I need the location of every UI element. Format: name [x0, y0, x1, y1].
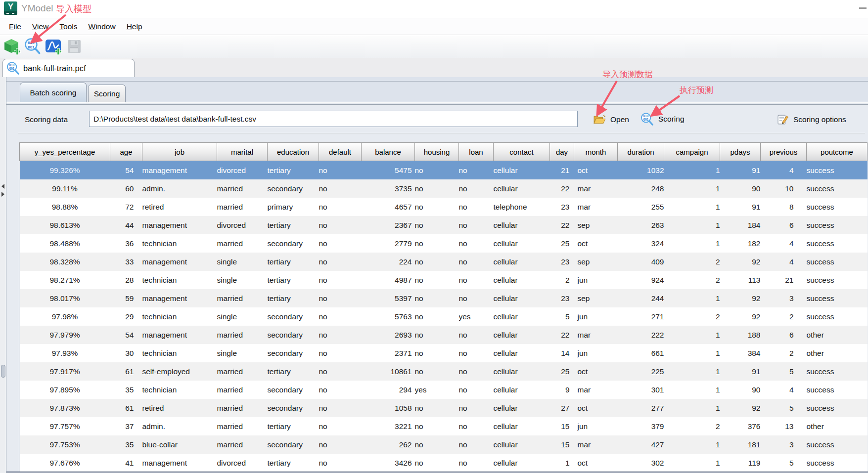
- column-header-previous[interactable]: previous: [761, 143, 807, 161]
- column-header-default[interactable]: default: [319, 143, 362, 161]
- cell-day: 22: [550, 216, 574, 234]
- column-header-month[interactable]: month: [574, 143, 618, 161]
- floppy-icon: [66, 39, 82, 54]
- scoring-options-button[interactable]: Scoring options: [777, 113, 846, 126]
- column-header-job[interactable]: job: [142, 143, 217, 161]
- cell-poutcome: success: [807, 454, 868, 472]
- edit-pencil-icon: [777, 114, 789, 125]
- minimize-button[interactable]: [858, 3, 868, 13]
- column-header-loan[interactable]: loan: [459, 143, 494, 161]
- menu-item-view[interactable]: View: [27, 20, 54, 33]
- cell-housing: no: [415, 289, 459, 307]
- cell-age: 41: [110, 454, 142, 472]
- cell-duration: 225: [618, 362, 664, 381]
- table-row[interactable]: 97.873%61retiredmarriedsecondaryno1058no…: [20, 399, 868, 417]
- cell-previous: 5: [761, 362, 807, 381]
- table-row[interactable]: 98.271%28techniciansingletertiaryno4987n…: [20, 271, 868, 289]
- table-row[interactable]: 98.88%72retiredmarriedprimaryno4657nonot…: [20, 198, 868, 216]
- table-row[interactable]: 98.017%59managementmarriedtertiaryno5397…: [20, 289, 868, 307]
- column-header-campaign[interactable]: campaign: [664, 143, 720, 161]
- table-row[interactable]: 97.676%41managementdivorcedtertiaryno342…: [20, 454, 868, 472]
- cell-job: retired: [142, 198, 217, 216]
- cell-loan: no: [459, 234, 494, 253]
- cell-education: secondary: [268, 307, 319, 326]
- column-header-contact[interactable]: contact: [494, 143, 550, 161]
- menu-item-help[interactable]: Help: [121, 20, 148, 33]
- cell-default: no: [319, 326, 362, 344]
- cell-previous: 5: [761, 399, 807, 417]
- collapse-left-icon[interactable]: [1, 184, 4, 189]
- column-header-y_yes_percentage[interactable]: y_yes_percentage: [20, 143, 110, 161]
- cell-y_yes_percentage: 97.917%: [20, 362, 110, 381]
- table-row[interactable]: 97.98%29techniciansinglesecondaryno5763n…: [20, 307, 868, 326]
- splitter-grip[interactable]: [1, 365, 5, 378]
- cell-month: mar: [574, 179, 618, 198]
- collapse-right-icon[interactable]: [1, 192, 4, 197]
- table-row[interactable]: 97.93%30techniciansinglesecondaryno2371n…: [20, 344, 868, 362]
- cell-campaign: 1: [664, 234, 720, 253]
- cell-contact: cellular: [494, 344, 550, 362]
- cell-housing: no: [415, 362, 459, 381]
- column-header-balance[interactable]: balance: [362, 143, 415, 161]
- cell-loan: no: [459, 344, 494, 362]
- column-header-poutcome[interactable]: poutcome: [807, 143, 868, 161]
- cell-job: management: [142, 326, 217, 344]
- scoring-data-path-input[interactable]: [89, 111, 578, 127]
- cell-campaign: 1: [664, 326, 720, 344]
- table-row[interactable]: 99.326%54managementdivorcedtertiaryno547…: [20, 161, 868, 180]
- scoring-button[interactable]: 010 001 Scoring: [640, 113, 685, 126]
- cell-age: 29: [110, 307, 142, 326]
- cell-duration: 302: [618, 454, 664, 472]
- cell-month: jun: [574, 307, 618, 326]
- table-row[interactable]: 97.979%54managementmarriedsecondaryno269…: [20, 326, 868, 344]
- cell-housing: no: [415, 454, 459, 472]
- batch-scoring-button[interactable]: 010 001: [23, 37, 42, 56]
- table-row[interactable]: 97.753%35blue-collarmarriedsecondaryno26…: [20, 435, 868, 454]
- open-button[interactable]: Open: [594, 113, 629, 126]
- cell-poutcome: other: [807, 417, 868, 435]
- cell-marital: divorced: [217, 161, 268, 180]
- tab-batch-scoring[interactable]: Batch scoring: [20, 83, 87, 102]
- cell-age: 35: [110, 435, 142, 454]
- cell-job: technician: [142, 307, 217, 326]
- new-model-button[interactable]: [44, 37, 63, 56]
- table-row[interactable]: 98.328%33managementsingletertiaryno224no…: [20, 253, 868, 271]
- table-row[interactable]: 97.895%35technicianmarriedsecondaryno294…: [20, 381, 868, 399]
- cell-previous: 3: [761, 289, 807, 307]
- left-splitter[interactable]: [0, 77, 6, 473]
- menu-item-tools[interactable]: Tools: [54, 20, 83, 33]
- column-header-age[interactable]: age: [110, 143, 142, 161]
- menu-item-window[interactable]: Window: [83, 20, 121, 33]
- cube-plus-icon: [3, 38, 21, 55]
- cell-month: oct: [574, 399, 618, 417]
- cell-contact: cellular: [494, 417, 550, 435]
- cell-campaign: 1: [664, 399, 720, 417]
- table-row[interactable]: 99.11%60admin.marriedsecondaryno3735nono…: [20, 179, 868, 198]
- column-header-housing[interactable]: housing: [415, 143, 459, 161]
- column-header-duration[interactable]: duration: [618, 143, 664, 161]
- column-header-education[interactable]: education: [268, 143, 319, 161]
- table-row[interactable]: 98.613%44managementdivorcedtertiaryno236…: [20, 216, 868, 234]
- cell-age: 33: [110, 253, 142, 271]
- scoring-data-label: Scoring data: [25, 115, 68, 124]
- cell-loan: no: [459, 362, 494, 381]
- table-row[interactable]: 97.917%61self-employedmarriedtertiaryno1…: [20, 362, 868, 381]
- column-header-day[interactable]: day: [550, 143, 574, 161]
- cell-duration: 924: [618, 271, 664, 289]
- document-tab[interactable]: 010 001 bank-full-train.pcf: [2, 59, 135, 77]
- table-row[interactable]: 98.488%36technicianmarriedsecondaryno277…: [20, 234, 868, 253]
- batch-scoring-panel: Scoring data Open 010 001 Scoring: [6, 102, 868, 473]
- cell-default: no: [319, 179, 362, 198]
- cell-campaign: 1: [664, 161, 720, 180]
- column-header-pdays[interactable]: pdays: [720, 143, 761, 161]
- column-header-marital[interactable]: marital: [217, 143, 268, 161]
- cell-balance: 10861: [362, 362, 415, 381]
- cell-month: mar: [574, 435, 618, 454]
- cell-pdays: 188: [720, 326, 761, 344]
- cell-duration: 661: [618, 344, 664, 362]
- menu-item-file[interactable]: File: [3, 20, 27, 33]
- import-model-button[interactable]: [2, 37, 21, 56]
- cell-poutcome: other: [807, 326, 868, 344]
- table-row[interactable]: 97.757%37admin.marriedtertiaryno3221nono…: [20, 417, 868, 435]
- tab-scoring[interactable]: Scoring: [88, 85, 126, 102]
